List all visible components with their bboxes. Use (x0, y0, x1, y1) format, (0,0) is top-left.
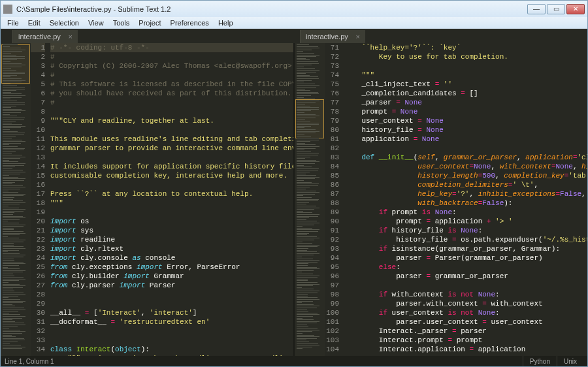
menu-edit[interactable]: Edit (24, 18, 44, 27)
right-editor[interactable]: 7172737475767778798081828384858687888990… (325, 43, 587, 356)
window-titlebar[interactable]: C:\Sample Files\interactive.py - Sublime… (0, 0, 588, 17)
left-editor[interactable]: 1234567891011121314151617181920212223242… (31, 43, 293, 356)
menu-help[interactable]: Help (214, 18, 237, 27)
tab-left[interactable]: interactive.py × (12, 30, 78, 43)
minimap-right[interactable] (295, 43, 325, 356)
menu-file[interactable]: File (3, 18, 23, 27)
minimap-left[interactable] (1, 43, 31, 356)
tab-right[interactable]: interactive.py × (300, 30, 365, 43)
tab-right-close-icon[interactable]: × (356, 33, 360, 40)
left-code[interactable]: # -*- coding: utf-8 -*-## Copyright (C) … (48, 43, 293, 356)
tab-right-label: interactive.py (306, 33, 348, 40)
maximize-button[interactable]: ▭ (547, 4, 565, 14)
app-icon (3, 5, 12, 14)
status-lineending[interactable]: Unix (557, 356, 583, 366)
menu-selection[interactable]: Selection (46, 18, 83, 27)
window-title: C:\Sample Files\interactive.py - Sublime… (16, 5, 527, 13)
right-code[interactable]: ``help_key='?'``: `key` Key to use for t… (342, 43, 587, 356)
menu-view[interactable]: View (84, 18, 108, 27)
left-pane: 1234567891011121314151617181920212223242… (1, 43, 293, 356)
menubar: File Edit Selection View Tools Project P… (0, 17, 588, 29)
menu-tools[interactable]: Tools (109, 18, 134, 27)
menu-project[interactable]: Project (135, 18, 165, 27)
left-gutter: 1234567891011121314151617181920212223242… (31, 43, 48, 356)
menu-preferences[interactable]: Preferences (167, 18, 213, 27)
statusbar: Line 1, Column 1 Python Unix (1, 356, 587, 366)
status-position: Line 1, Column 1 (5, 358, 54, 365)
tab-left-label: interactive.py (18, 33, 61, 40)
tab-left-close-icon[interactable]: × (69, 33, 73, 40)
right-gutter: 7172737475767778798081828384858687888990… (325, 43, 342, 356)
right-pane: 7172737475767778798081828384858687888990… (293, 43, 587, 356)
close-button[interactable]: ✕ (566, 4, 585, 14)
tabbar: interactive.py × interactive.py × (1, 29, 587, 43)
editor-app: interactive.py × interactive.py × 123456… (0, 29, 588, 367)
status-language[interactable]: Python (523, 356, 557, 366)
minimize-button[interactable]: — (527, 4, 546, 14)
